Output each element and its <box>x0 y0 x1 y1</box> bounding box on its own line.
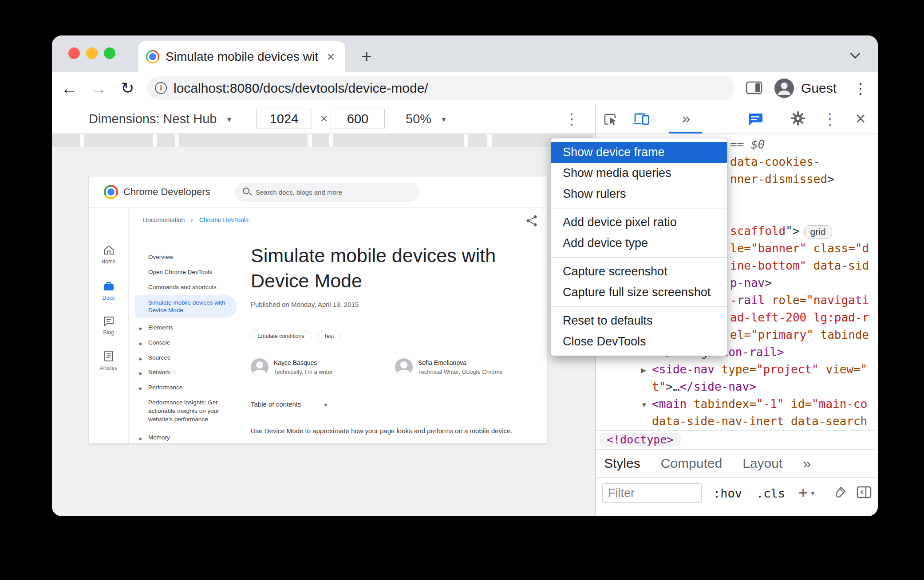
article-tags: Emulate conditions Test <box>251 330 341 342</box>
browser-menu-kebab-icon[interactable]: ⋮ <box>851 78 870 98</box>
back-button[interactable]: ← <box>59 78 79 98</box>
ruler-segment <box>333 134 464 147</box>
nav-item-performance-insights-get-actionable-insights-on-your-website-s-performance[interactable]: Performance insights: Get actionable ins… <box>135 398 224 423</box>
published-date: Published on Monday, April 13, 2015 <box>251 301 359 308</box>
tab-computed[interactable]: Computed <box>661 456 722 471</box>
height-input[interactable]: 600 <box>331 109 385 129</box>
rail-item-docs[interactable]: Docs <box>89 281 128 301</box>
grid-badge[interactable]: grid <box>804 225 832 239</box>
close-window-button[interactable] <box>68 47 80 59</box>
nav-item-commands-and-shortcuts[interactable]: Commands and shortcuts <box>135 283 237 291</box>
author-avatar <box>251 358 269 376</box>
nav-item-open-chrome-devtools[interactable]: Open Chrome DevTools <box>135 268 237 276</box>
new-rule-caret-icon: ▼ <box>810 490 816 497</box>
menu-item-show-device-frame[interactable]: Show device frame <box>551 142 727 163</box>
menu-item-capture-screenshot[interactable]: Capture screenshot <box>551 261 727 282</box>
page-title: Simulate mobile devices with Device Mode <box>251 243 547 294</box>
nav-item-overview[interactable]: Overview <box>135 253 237 261</box>
browser-tab[interactable]: Simulate mobile devices with D × <box>138 41 345 72</box>
address-bar[interactable]: i localhost:8080/docs/devtools/device-mo… <box>147 76 734 100</box>
devtools-close-icon[interactable]: × <box>851 104 870 133</box>
forward-button[interactable]: → <box>89 78 108 98</box>
tab-close-icon[interactable]: × <box>324 49 337 64</box>
site-info-icon[interactable]: i <box>155 82 167 94</box>
menu-item-reset-to-defaults[interactable]: Reset to defaults <box>551 310 727 331</box>
dimensions-selector[interactable]: Dimensions: Nest Hub ▼ <box>89 104 233 134</box>
menu-item-show-media-queries[interactable]: Show media queries <box>551 163 727 184</box>
nav-item-network[interactable]: ▶Network <box>135 368 237 376</box>
chrome-developers-logo[interactable] <box>104 185 118 199</box>
nav-item-elements[interactable]: ▶Elements <box>135 324 237 331</box>
feedback-icon[interactable] <box>747 112 763 129</box>
tag-chip[interactable]: Test <box>317 330 341 342</box>
styles-tabs: StylesComputedLayout» <box>596 450 878 478</box>
tab-search-chevron-icon[interactable] <box>850 49 861 59</box>
menu-item-add-device-type[interactable]: Add device type <box>551 233 727 254</box>
tag-chip[interactable]: Emulate conditions <box>251 330 311 342</box>
collapse-twisty-icon[interactable]: ▼ <box>641 396 652 413</box>
reload-button[interactable]: ↻ <box>118 78 137 98</box>
settings-gear-icon[interactable] <box>790 110 806 128</box>
rail-item-blog[interactable]: Blog <box>89 316 128 336</box>
toc-label: Table of contents <box>251 400 301 408</box>
element-class-toggle[interactable]: .cls <box>756 486 785 500</box>
rail-item-articles[interactable]: Articles <box>89 350 128 371</box>
toggle-device-toolbar-icon[interactable] <box>633 111 650 128</box>
code-line[interactable]: ▶<side-nav type="project" view=" <box>596 361 878 378</box>
nav-item-performance[interactable]: ▶Performance <box>135 384 237 391</box>
menu-item-close-devtools[interactable]: Close DevTools <box>551 331 727 352</box>
tab-styles[interactable]: Styles <box>604 456 640 471</box>
table-of-contents-toggle[interactable]: Table of contents ▼ <box>251 400 328 408</box>
tab-layout[interactable]: Layout <box>742 456 782 471</box>
ruler-segment <box>312 134 329 147</box>
expand-caret-icon: ▶ <box>139 355 142 363</box>
new-tab-button[interactable]: + <box>356 47 377 67</box>
code-line[interactable]: data-side-nav-inert data-search <box>596 413 878 430</box>
code-line[interactable]: ▼<main tabindex="-1" id="main-co <box>596 396 878 413</box>
new-style-rule-button[interactable]: + <box>798 484 808 502</box>
menu-item-capture-full-size-screenshot[interactable]: Capture full size screenshot <box>551 282 727 303</box>
active-panel-underline <box>669 132 702 133</box>
styles-tabs-overflow-button[interactable]: » <box>803 455 811 472</box>
docs-icon <box>103 281 115 292</box>
doctype-crumb[interactable]: <!doctype> <box>600 433 681 447</box>
rail-item-label: Articles <box>89 365 128 371</box>
rail-item-label: Blog <box>89 329 128 336</box>
rendering-brush-icon[interactable] <box>833 486 847 501</box>
more-panels-button[interactable]: » <box>677 104 695 132</box>
side-panel-icon[interactable] <box>744 81 764 101</box>
nav-item-label: Network <box>148 369 170 376</box>
menu-item-show-rulers[interactable]: Show rulers <box>551 184 727 204</box>
devtools-menu-kebab-icon[interactable]: ⋮ <box>821 104 839 133</box>
pseudo-state-toggle[interactable]: :hov <box>713 486 742 500</box>
nav-item-sources[interactable]: ▶Sources <box>135 354 237 361</box>
browser-toolbar: ← → ↻ i localhost:8080/docs/devtools/dev… <box>52 72 878 104</box>
nav-item-memory[interactable]: ▶Memory <box>135 434 237 441</box>
author-name[interactable]: Kayce Basques <box>274 359 317 366</box>
code-line[interactable]: t">…</side-nav> <box>596 378 878 396</box>
menu-item-add-device-pixel-ratio[interactable]: Add device pixel ratio <box>551 212 727 233</box>
inspect-element-icon[interactable] <box>603 111 619 129</box>
nav-item-simulate-mobile-devices-with-device-mode[interactable]: Simulate mobile devices with Device Mode <box>135 295 237 317</box>
nav-item-label: Commands and shortcuts <box>148 284 217 290</box>
minimize-window-button[interactable] <box>86 47 98 59</box>
expand-caret-icon: ▶ <box>139 385 142 392</box>
styles-filter-bar: Filter :hov .cls + ▼ <box>596 478 878 509</box>
expand-caret-icon: ▶ <box>139 370 142 377</box>
menu-divider <box>551 257 727 258</box>
toggle-sidebar-icon[interactable] <box>857 486 872 500</box>
avatar[interactable] <box>774 78 794 98</box>
styles-filter-input[interactable]: Filter <box>602 483 702 503</box>
zoom-window-button[interactable] <box>104 47 115 59</box>
expand-caret-icon: ▶ <box>139 325 142 333</box>
author-avatar <box>395 358 413 376</box>
zoom-selector[interactable]: 50% ▼ <box>406 104 447 134</box>
device-options-kebab-icon[interactable]: ⋮ <box>563 104 580 133</box>
nav-item-console[interactable]: ▶Console <box>135 339 237 346</box>
rail-item-home[interactable]: Home <box>89 245 128 265</box>
rail-item-label: Docs <box>89 295 128 301</box>
ruler-segment <box>84 134 153 147</box>
width-input[interactable]: 1024 <box>256 109 312 129</box>
expand-twisty-icon[interactable]: ▶ <box>641 361 652 378</box>
author-name[interactable]: Sofia Emelianova <box>418 359 466 366</box>
